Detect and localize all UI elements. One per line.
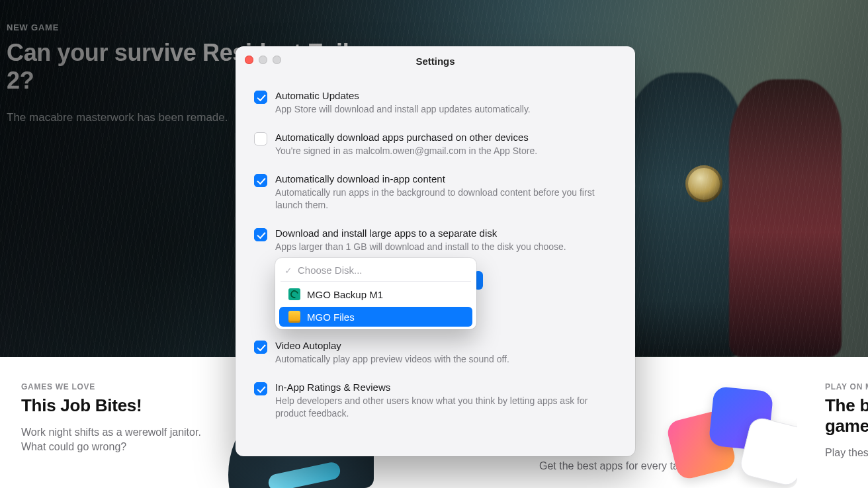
checkbox[interactable]	[254, 341, 267, 354]
setting-title: In-App Ratings & Reviews	[275, 382, 617, 393]
setting-auto-download-purchased[interactable]: Automatically download apps purchased on…	[254, 125, 617, 167]
window-traffic-lights	[245, 56, 281, 64]
minimize-window-button[interactable]	[259, 56, 267, 64]
checkbox[interactable]	[254, 228, 267, 241]
checkbox[interactable]	[254, 382, 267, 395]
card-subtitle: Get the best apps for every task.	[539, 459, 692, 473]
disk-option-label: MGO Files	[307, 311, 355, 323]
settings-window: Settings Automatic Updates App Store wil…	[236, 46, 635, 456]
setting-title: Automatically download apps purchased on…	[275, 132, 617, 143]
card-title-line2: games	[825, 416, 868, 436]
setting-auto-download-inapp[interactable]: Automatically download in-app content Au…	[254, 167, 617, 221]
setting-description: Help developers and other users know wha…	[275, 395, 617, 420]
card-artwork	[672, 376, 797, 488]
menu-separator	[281, 281, 471, 282]
card-subtitle: Work night shifts as a werewolf janitor.…	[21, 425, 206, 454]
timemachine-icon	[288, 288, 300, 300]
settings-content: Automatic Updates App Store will downloa…	[236, 75, 635, 445]
card-eyebrow: PLAY ON M	[825, 382, 868, 391]
choose-disk-dropdown[interactable]: ✓ Choose Disk... MGO Backup M1 MGO Files	[275, 258, 617, 336]
hero-eyebrow: NEW GAME	[7, 22, 351, 32]
close-window-button[interactable]	[245, 56, 253, 64]
setting-title: Automatic Updates	[275, 90, 617, 101]
window-titlebar[interactable]: Settings	[236, 46, 635, 75]
hero-figure-right	[729, 79, 842, 357]
card-title: The be	[825, 395, 868, 416]
disk-option-files[interactable]: MGO Files	[279, 307, 472, 327]
setting-video-autoplay[interactable]: Video Autoplay Automatically play app pr…	[254, 340, 617, 375]
disk-option-label: MGO Backup M1	[307, 289, 383, 300]
setting-title: Video Autoplay	[275, 340, 617, 351]
setting-description: App Store will download and install app …	[275, 103, 617, 116]
dropdown-placeholder-label: Choose Disk...	[298, 264, 363, 276]
card-play-on-mac[interactable]: PLAY ON M The be games Play these	[810, 369, 868, 488]
hero-figure-left	[623, 73, 742, 357]
checkbox[interactable]	[254, 91, 267, 104]
checkbox[interactable]	[254, 174, 267, 187]
disk-option-backup[interactable]: MGO Backup M1	[279, 284, 472, 304]
disk-icon	[288, 311, 300, 323]
window-title: Settings	[236, 56, 635, 67]
setting-title: Download and install large apps to a sep…	[275, 227, 617, 239]
setting-description: Automatically run apps in the background…	[275, 186, 617, 212]
checkbox[interactable]	[254, 132, 267, 145]
dropdown-placeholder: ✓ Choose Disk...	[275, 258, 476, 281]
hero-badge-icon	[685, 165, 722, 202]
checkmark-icon: ✓	[284, 265, 292, 276]
card-subtitle: Play these	[825, 446, 868, 460]
setting-automatic-updates[interactable]: Automatic Updates App Store will downloa…	[254, 83, 617, 125]
choose-disk-popover: ✓ Choose Disk... MGO Backup M1 MGO Files	[275, 258, 476, 329]
setting-description: You're signed in as malcolm.owen@gmail.c…	[275, 145, 617, 157]
setting-large-apps-separate-disk[interactable]: Download and install large apps to a sep…	[254, 221, 617, 257]
setting-description: Apps larger than 1 GB will download and …	[275, 241, 617, 253]
zoom-window-button[interactable]	[273, 56, 281, 64]
setting-description: Automatically play app preview videos wi…	[275, 353, 617, 366]
setting-title: Automatically download in-app content	[275, 173, 617, 184]
setting-inapp-ratings[interactable]: In-App Ratings & Reviews Help developers…	[254, 375, 617, 429]
